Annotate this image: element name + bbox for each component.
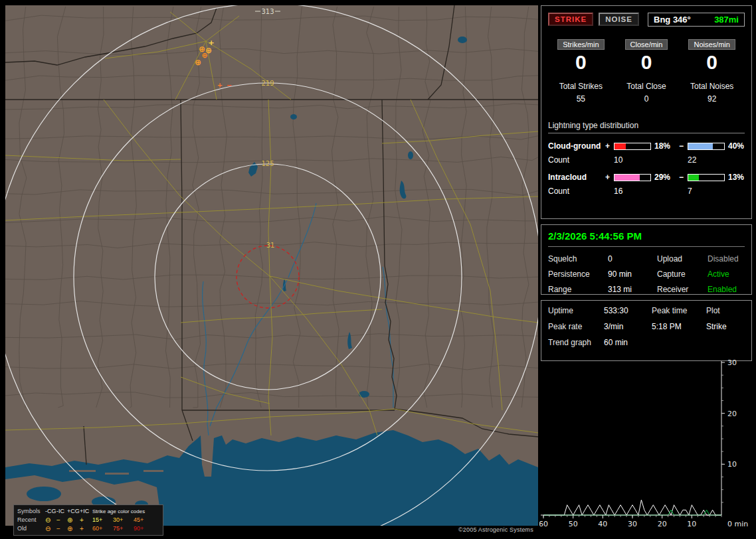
minus-sign: − xyxy=(679,173,688,182)
noise-mode-button[interactable]: NOISE xyxy=(599,13,639,26)
age-code: 30+ xyxy=(113,516,134,524)
persistence-value: 90 min xyxy=(608,270,657,279)
cloud-ground-row: Cloud-ground + 18% − 40% xyxy=(548,141,745,151)
status-panel: 2/3/2026 5:44:56 PM Squelch 0 Upload Dis… xyxy=(541,224,752,295)
capture-status: Active xyxy=(708,270,745,279)
cloud-ground-count-row: Count 10 22 xyxy=(548,155,745,165)
legend-age-title: Strike age color codes xyxy=(92,507,154,516)
cg-minus-pct: 40% xyxy=(725,141,745,151)
ring-label-31: 31 xyxy=(266,242,275,249)
legend-row-label: Old xyxy=(17,524,45,533)
intracloud-count-row: Count 16 7 xyxy=(548,187,745,196)
strike-symbol-glyph: + xyxy=(80,524,92,533)
total-close-label: Total Close xyxy=(614,82,680,91)
legend-column-label: +CG xyxy=(67,507,80,516)
bearing-readout: Bng 346° 387mi xyxy=(648,13,745,27)
noises-counter: Noises/min 0 Total Noises 92 xyxy=(679,38,745,104)
trend-window-value: 60 min xyxy=(604,338,652,347)
trend-series-strike xyxy=(543,500,721,515)
intracloud-label: Intracloud xyxy=(548,173,605,182)
strike-symbol-glyph: + xyxy=(80,516,92,524)
cloud-ground-label: Cloud-ground xyxy=(548,141,605,151)
distribution-title: Lightning type distribution xyxy=(548,121,745,133)
range-label: Range xyxy=(548,285,608,294)
legend-symbols-title: Symbols xyxy=(17,507,45,516)
trend-tick-label: 0 min xyxy=(727,520,748,528)
strike-legend: Symbols-CG-IC+CG+ICStrike age color code… xyxy=(13,504,163,536)
upload-status: Disabled xyxy=(708,254,745,264)
squelch-value: 0 xyxy=(608,254,657,264)
bearing-label: Bng 346° xyxy=(654,15,691,25)
cg-minus-count: 22 xyxy=(688,155,725,165)
trend-series-noise xyxy=(543,510,721,515)
trend-graph: 3020106050403020100 min xyxy=(539,356,756,536)
strike-symbol-glyph: ⊖ xyxy=(45,524,56,533)
uptime-panel: Uptime 533:30 Peak time Plot Peak rate 3… xyxy=(541,300,752,361)
strike-symbol-glyph: − xyxy=(56,524,67,533)
ring-label-219: 219 xyxy=(261,80,274,87)
lightning-map[interactable]: +⊕⊕⊕⊕+− 313 219 125 31 xyxy=(5,5,538,526)
trend-graph-label: Trend graph xyxy=(548,338,604,347)
ic-plus-bar xyxy=(614,174,651,181)
capture-label: Capture xyxy=(657,270,708,279)
ic-plus-count: 16 xyxy=(614,187,651,196)
cg-minus-bar xyxy=(688,143,725,150)
ic-minus-count: 7 xyxy=(688,187,725,196)
strike-symbol-glyph: ⊖ xyxy=(45,516,56,524)
noises-per-min-chip[interactable]: Noises/min xyxy=(688,39,735,50)
bearing-distance: 387mi xyxy=(714,15,739,25)
legend-column-label: -CG xyxy=(45,507,56,516)
statistics-panel: STRIKE NOISE Bng 346° 387mi Strikes/min … xyxy=(541,5,752,219)
close-per-min-chip[interactable]: Close/min xyxy=(625,39,668,50)
count-label: Count xyxy=(548,155,605,165)
age-code: 45+ xyxy=(134,516,154,524)
plus-sign: + xyxy=(605,173,614,182)
peak-time-label: Peak time xyxy=(652,306,706,315)
legend-row-label: Recent xyxy=(17,516,45,524)
plot-value: Strike xyxy=(706,322,745,331)
trend-tick-label: 30 xyxy=(727,358,737,367)
age-code: 90+ xyxy=(134,524,154,533)
total-close-value: 0 xyxy=(614,94,680,104)
strike-symbol: ⊕ xyxy=(201,51,207,60)
total-strikes-value: 55 xyxy=(548,94,614,104)
trend-tick-label: 60 xyxy=(539,520,548,528)
noises-per-min-value: 0 xyxy=(679,52,745,73)
nexstorm-window: +⊕⊕⊕⊕+− 313 219 125 31 Symbols-CG-IC+CG+… xyxy=(0,0,756,539)
uptime-label: Uptime xyxy=(548,306,604,315)
plus-sign: + xyxy=(605,141,614,151)
upload-label: Upload xyxy=(657,254,708,264)
intracloud-row: Intracloud + 29% − 13% xyxy=(548,173,745,182)
map-area[interactable]: +⊕⊕⊕⊕+− 313 219 125 31 Symbols-CG-IC+CG+… xyxy=(5,5,538,526)
strikes-per-min-value: 0 xyxy=(548,52,614,73)
strikes-per-min-chip[interactable]: Strikes/min xyxy=(557,39,604,50)
cg-plus-count: 10 xyxy=(614,155,651,165)
trend-tick-label: 40 xyxy=(598,520,607,528)
rate-counters: Strikes/min 0 Total Strikes 55 Close/min… xyxy=(548,38,745,104)
age-code: 60+ xyxy=(92,524,113,533)
trend-tick-label: 20 xyxy=(658,520,667,528)
strike-symbol-glyph: − xyxy=(56,516,67,524)
legend-column-label: -IC xyxy=(56,507,67,516)
receiver-label: Receiver xyxy=(657,285,708,294)
strike-symbol-glyph: ⊕ xyxy=(67,524,80,533)
ic-minus-bar xyxy=(688,174,725,181)
datetime-display: 2/3/2026 5:44:56 PM xyxy=(548,230,745,247)
close-per-min-value: 0 xyxy=(614,52,680,73)
count-label: Count xyxy=(548,187,605,196)
ring-label-313: 313 xyxy=(261,8,274,15)
squelch-label: Squelch xyxy=(548,254,608,264)
cg-plus-pct: 18% xyxy=(651,141,679,151)
sidebar: STRIKE NOISE Bng 346° 387mi Strikes/min … xyxy=(539,0,756,539)
uptime-value: 533:30 xyxy=(604,306,652,315)
plot-label: Plot xyxy=(706,306,745,315)
strike-symbol: + xyxy=(217,82,223,89)
copyright-text: ©2005 Astrogenic Systems xyxy=(458,526,533,533)
strike-mode-button[interactable]: STRIKE xyxy=(548,13,593,26)
cg-plus-bar xyxy=(614,143,651,150)
receiver-status: Enabled xyxy=(708,285,745,294)
total-strikes-label: Total Strikes xyxy=(548,82,614,91)
persistence-label: Persistence xyxy=(548,270,608,279)
trend-tick-label: 10 xyxy=(687,520,696,528)
strike-symbol: ⊕ xyxy=(195,58,201,67)
